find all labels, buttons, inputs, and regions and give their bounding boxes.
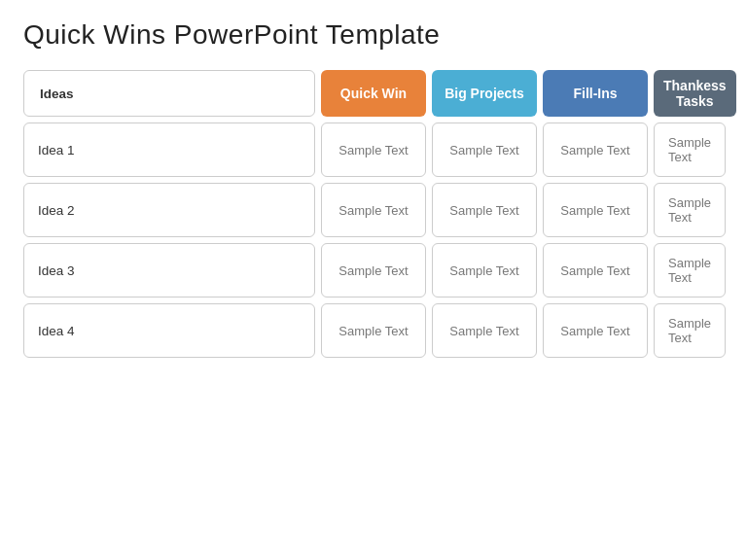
table-row: Idea 4 Sample Text Sample Text Sample Te…	[23, 303, 724, 358]
cell-big-projects-3: Sample Text	[432, 243, 537, 298]
table-row: Idea 3 Sample Text Sample Text Sample Te…	[23, 243, 724, 298]
header-ideas: Ideas	[23, 70, 315, 117]
header-big-projects: Big Projects	[432, 70, 537, 117]
table-row: Idea 2 Sample Text Sample Text Sample Te…	[23, 183, 724, 237]
rows-container: Idea 1 Sample Text Sample Text Sample Te…	[23, 122, 724, 358]
cell-big-projects-4: Sample Text	[432, 303, 537, 358]
main-table: Ideas Quick Win Big Projects Fill-Ins Th…	[23, 70, 724, 358]
cell-fill-ins-4: Sample Text	[543, 303, 648, 358]
cell-quick-win-3: Sample Text	[321, 243, 426, 298]
cell-thankless-tasks-3: Sample Text	[654, 243, 726, 298]
cell-idea-4: Idea 4	[23, 303, 315, 358]
cell-fill-ins-3: Sample Text	[543, 243, 648, 298]
cell-thankless-tasks-4: Sample Text	[654, 303, 726, 358]
header-thankless-tasks: Thankess Tasks	[654, 70, 736, 117]
cell-idea-1: Idea 1	[23, 122, 315, 177]
header-fill-ins: Fill-Ins	[543, 70, 648, 117]
cell-big-projects-1: Sample Text	[432, 122, 537, 177]
cell-idea-2: Idea 2	[23, 183, 315, 237]
cell-thankless-tasks-1: Sample Text	[654, 122, 726, 177]
table-row: Idea 1 Sample Text Sample Text Sample Te…	[23, 122, 724, 177]
cell-quick-win-1: Sample Text	[321, 122, 426, 177]
cell-quick-win-2: Sample Text	[321, 183, 426, 237]
cell-quick-win-4: Sample Text	[321, 303, 426, 358]
cell-fill-ins-2: Sample Text	[543, 183, 648, 237]
header-quick-win: Quick Win	[321, 70, 426, 117]
cell-idea-3: Idea 3	[23, 243, 315, 298]
cell-big-projects-2: Sample Text	[432, 183, 537, 237]
table-header-row: Ideas Quick Win Big Projects Fill-Ins Th…	[23, 70, 724, 117]
page-title: Quick Wins PowerPoint Template	[23, 19, 724, 51]
cell-thankless-tasks-2: Sample Text	[654, 183, 726, 237]
cell-fill-ins-1: Sample Text	[543, 122, 648, 177]
